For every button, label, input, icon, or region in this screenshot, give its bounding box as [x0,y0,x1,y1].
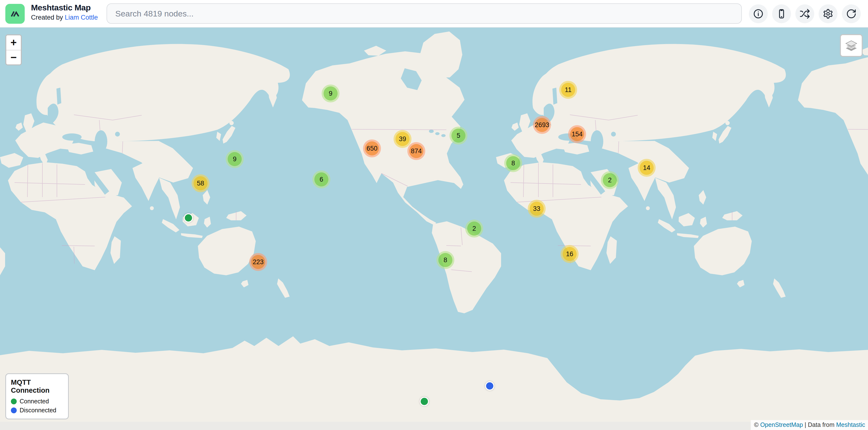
node-marker-disconnected[interactable] [485,381,494,391]
node-cluster-count: 9 [323,87,338,100]
node-marker-connected[interactable] [420,397,429,406]
zoom-in-button[interactable]: + [6,35,21,50]
node-cluster[interactable]: 154 [568,125,586,143]
author-link[interactable]: Liam Cottle [65,14,98,21]
node-cluster[interactable]: 8 [436,251,454,269]
node-cluster[interactable]: 11 [559,81,577,99]
node-cluster[interactable]: 2 [601,171,619,189]
node-cluster[interactable]: 58 [192,174,210,192]
page-title: Meshtastic Map [31,3,98,12]
info-icon [753,8,764,19]
phone-icon [776,8,787,19]
node-cluster-count: 8 [506,156,520,170]
meshtastic-logo-icon [5,4,25,24]
osm-link[interactable]: OpenStreetMap [760,421,803,428]
node-cluster-count: 8 [438,253,453,267]
mqtt-legend: MQTT Connection Connected Disconnected [5,373,69,419]
node-cluster[interactable]: 2 [465,220,483,237]
gear-icon [823,8,833,19]
layers-icon [844,38,859,53]
settings-button[interactable] [818,4,837,23]
node-cluster[interactable]: 5 [450,127,467,144]
node-cluster[interactable]: 223 [249,253,267,271]
node-cluster[interactable]: 9 [226,150,244,168]
routes-button[interactable] [795,4,814,23]
node-cluster-count: 874 [409,144,423,158]
node-cluster-count: 11 [561,83,575,97]
node-marker-connected[interactable] [184,213,193,223]
refresh-icon [846,8,857,19]
layers-control[interactable] [840,34,863,57]
node-cluster-count: 9 [228,152,242,166]
shuffle-icon [800,8,810,19]
connected-dot-icon [11,399,17,404]
map-attribution: © OpenStreetMap | Data from Meshtastic [751,420,868,430]
node-cluster-count: 14 [640,161,654,175]
node-cluster[interactable]: 9 [321,85,340,102]
map-canvas[interactable]: + − 939650874526931541195868214331628223… [0,28,868,430]
node-cluster-count: 223 [251,255,265,269]
node-cluster[interactable]: 16 [561,245,579,263]
node-cluster-count: 2693 [535,118,549,132]
node-cluster[interactable]: 650 [363,139,381,157]
node-cluster-count: 650 [365,141,379,156]
search-input[interactable] [106,3,742,24]
node-cluster-count: 6 [314,172,329,187]
node-cluster[interactable]: 14 [638,159,656,177]
node-cluster[interactable]: 2693 [533,116,551,134]
node-cluster[interactable]: 8 [504,154,522,172]
zoom-control: + − [5,34,22,65]
node-cluster[interactable]: 39 [394,130,411,148]
node-cluster-count: 5 [452,129,465,143]
node-cluster-count: 58 [193,176,208,190]
node-cluster-count: 39 [396,132,409,146]
legend-item-connected: Connected [11,398,63,405]
meshtastic-link[interactable]: Meshtastic [836,421,865,428]
app-header: Meshtastic Map Created by Liam Cottle [0,0,868,28]
device-button[interactable] [772,4,791,23]
node-cluster-count: 2 [603,173,617,187]
legend-item-disconnected: Disconnected [11,407,63,414]
info-button[interactable] [749,4,768,23]
node-cluster[interactable]: 874 [407,142,425,160]
node-cluster-count: 2 [467,222,481,236]
node-cluster-count: 33 [530,202,544,216]
world-map-graphic [0,28,868,430]
zoom-out-button[interactable]: − [6,50,21,64]
refresh-button[interactable] [842,4,861,23]
app-subtitle: Created by Liam Cottle [31,14,98,21]
node-cluster-count: 16 [563,247,577,261]
disconnected-dot-icon [11,407,17,413]
node-cluster[interactable]: 6 [312,170,330,188]
legend-title: MQTT Connection [11,378,63,394]
toolbar [749,4,861,23]
node-cluster[interactable]: 33 [528,200,546,218]
node-cluster-count: 154 [570,127,584,141]
